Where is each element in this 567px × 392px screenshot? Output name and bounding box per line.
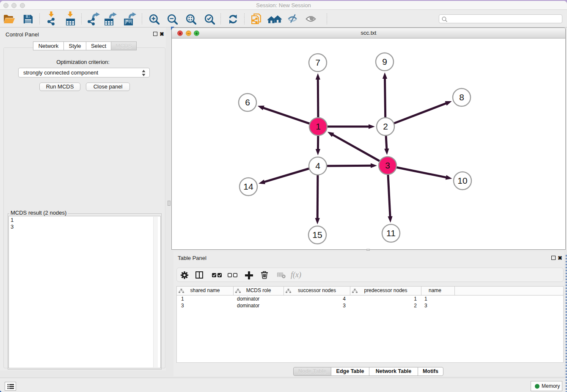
svg-text:7: 7 — [315, 58, 320, 67]
svg-text:11: 11 — [386, 228, 396, 238]
svg-text:3: 3 — [385, 160, 390, 170]
svg-text:9: 9 — [382, 57, 387, 66]
svg-text:8: 8 — [459, 92, 464, 102]
svg-text:1: 1 — [316, 121, 321, 131]
svg-text:15: 15 — [312, 230, 322, 240]
svg-text:14: 14 — [243, 182, 253, 191]
svg-text:2: 2 — [383, 121, 388, 131]
svg-text:4: 4 — [315, 161, 320, 171]
svg-text:6: 6 — [245, 97, 250, 107]
svg-text:10: 10 — [457, 176, 467, 185]
